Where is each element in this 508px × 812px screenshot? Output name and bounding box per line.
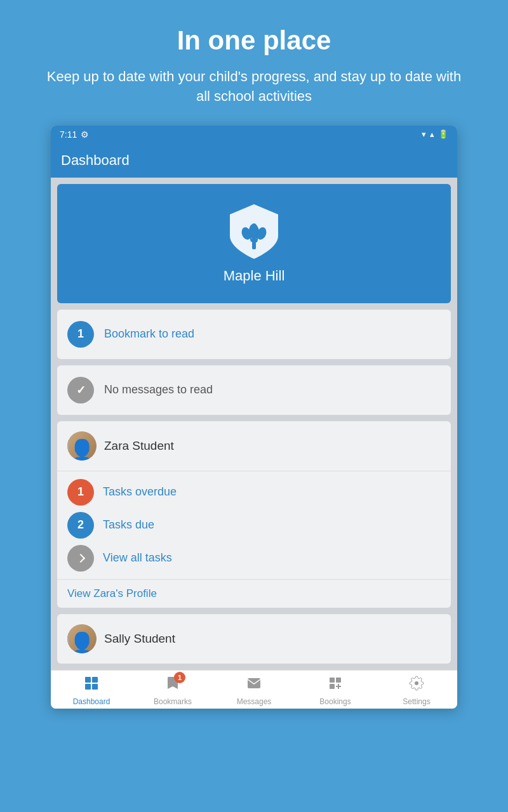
nav-bookings[interactable]: Bookings: [295, 676, 376, 706]
hero-section: In one place Keep up to date with your c…: [0, 0, 508, 126]
content-area: Maple Hill 1 Bookmark to read ✓ No messa…: [51, 178, 457, 670]
status-left: 7:11 ⚙: [60, 129, 89, 140]
view-all-tasks-label: View all tasks: [103, 551, 172, 565]
messages-nav-icon: [246, 676, 262, 695]
svg-rect-14: [330, 684, 335, 689]
status-bar: 7:11 ⚙ ▾ ▴ 🔋: [51, 126, 457, 143]
svg-rect-0: [252, 238, 256, 249]
avatar-silhouette: 👤: [69, 438, 95, 461]
phone-mockup: 7:11 ⚙ ▾ ▴ 🔋 Dashboard: [51, 126, 457, 709]
hero-title: In one place: [38, 25, 470, 56]
bottom-nav: Dashboard 1 Bookmarks Messages: [51, 670, 457, 709]
sally-avatar: 👤: [67, 624, 97, 653]
tasks-due-label: Tasks due: [103, 518, 154, 532]
avatar-arc: [67, 431, 69, 461]
nav-settings[interactable]: Settings: [376, 676, 457, 706]
svg-point-2: [250, 223, 258, 236]
svg-rect-8: [92, 677, 98, 683]
status-right: ▾ ▴ 🔋: [422, 129, 448, 139]
bookmark-card[interactable]: 1 Bookmark to read: [57, 310, 451, 359]
hero-subtitle: Keep up to date with your child's progre…: [38, 67, 470, 107]
chevron-right-icon: [76, 554, 85, 563]
app-bar: Dashboard: [51, 143, 457, 178]
check-icon: ✓: [76, 383, 86, 397]
settings-nav-icon: [409, 676, 424, 695]
messages-label: No messages to read: [104, 383, 213, 396]
app-bar-title: Dashboard: [61, 152, 130, 168]
nav-dashboard-label: Dashboard: [73, 697, 110, 706]
sally-avatar-image: 👤: [67, 624, 97, 653]
sally-student-header: 👤 Sally Student: [57, 614, 451, 664]
dashboard-icon: [84, 676, 99, 695]
svg-rect-12: [330, 678, 335, 683]
bookmark-badge: 1: [67, 321, 94, 348]
tasks-due-badge: 2: [67, 512, 94, 539]
svg-rect-13: [336, 678, 341, 683]
tasks-overdue-row[interactable]: 1 Tasks overdue: [67, 479, 441, 506]
messages-badge: ✓: [67, 377, 94, 403]
zara-student-card: 👤 Zara Student 1 Tasks overdue 2 Tasks d…: [57, 421, 451, 608]
nav-settings-label: Settings: [403, 697, 430, 706]
zara-avatar: 👤: [67, 431, 97, 461]
bookmark-label: Bookmark to read: [104, 327, 194, 341]
svg-rect-10: [92, 684, 98, 690]
zara-tasks: 1 Tasks overdue 2 Tasks due View all tas…: [57, 471, 451, 579]
school-banner: Maple Hill: [57, 184, 451, 303]
nav-bookmarks[interactable]: 1 Bookmarks: [132, 676, 213, 706]
signal-icon: ▴: [430, 129, 434, 139]
tasks-due-row[interactable]: 2 Tasks due: [67, 512, 441, 539]
bookmarks-icon: 1: [165, 676, 180, 695]
zara-student-header: 👤 Zara Student: [57, 421, 451, 471]
settings-status-icon: ⚙: [81, 129, 89, 140]
battery-icon: 🔋: [438, 129, 448, 139]
school-name: Maple Hill: [224, 268, 285, 284]
time-display: 7:11: [60, 129, 77, 140]
wifi-icon: ▾: [422, 129, 426, 139]
sally-avatar-silhouette: 👤: [69, 631, 95, 653]
sally-student-card: 👤 Sally Student: [57, 614, 451, 664]
view-zara-profile[interactable]: View Zara's Profile: [57, 579, 451, 608]
svg-point-15: [415, 681, 418, 685]
nav-dashboard[interactable]: Dashboard: [51, 676, 132, 706]
svg-rect-9: [85, 684, 91, 690]
bookmarks-badge: 1: [174, 672, 185, 683]
avatar-image: 👤: [67, 431, 97, 461]
zara-name: Zara Student: [104, 439, 174, 453]
view-all-tasks-row[interactable]: View all tasks: [67, 545, 441, 572]
nav-bookings-label: Bookings: [319, 697, 351, 706]
sally-name: Sally Student: [104, 632, 175, 646]
messages-card[interactable]: ✓ No messages to read: [57, 365, 451, 415]
tasks-overdue-label: Tasks overdue: [103, 485, 177, 499]
nav-bookmarks-label: Bookmarks: [154, 697, 192, 706]
svg-rect-11: [248, 678, 260, 688]
tasks-overdue-badge: 1: [67, 479, 94, 506]
view-all-tasks-badge: [67, 545, 94, 572]
school-logo: [229, 203, 279, 260]
bookings-icon: [328, 676, 343, 695]
sally-avatar-arc: [67, 624, 69, 653]
svg-rect-7: [85, 677, 91, 683]
nav-messages-label: Messages: [237, 697, 272, 706]
nav-messages[interactable]: Messages: [213, 676, 295, 706]
